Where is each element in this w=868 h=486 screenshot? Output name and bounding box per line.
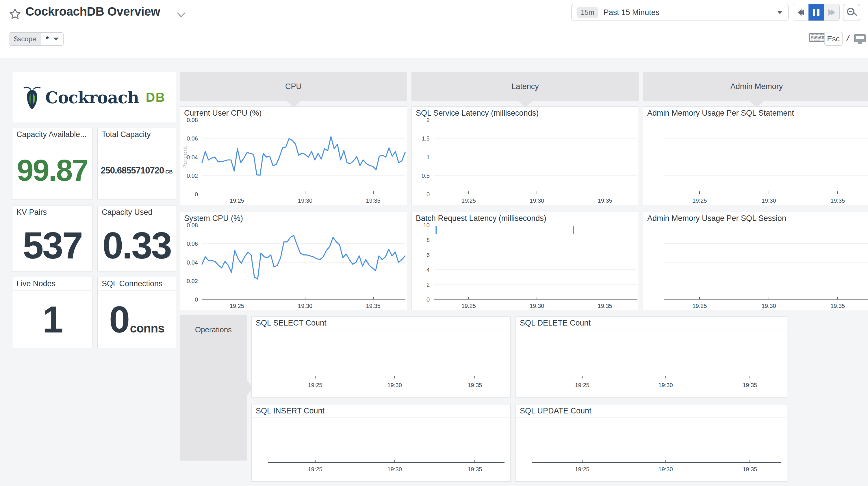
cockroach-bug-icon — [23, 85, 41, 110]
fast-forward-icon — [831, 9, 835, 16]
plot-area[interactable]: 19:2519:3019:35 — [664, 120, 868, 194]
chart-title: SQL INSERT Count — [252, 404, 510, 418]
scope-var-value-text: * — [45, 33, 49, 46]
chart-title: SQL DELETE Count — [516, 317, 787, 330]
group-header-cpu[interactable]: CPU — [180, 72, 407, 101]
plot-area[interactable]: 19:2519:3019:35 — [257, 330, 505, 379]
stat-title: Capacity Available... — [12, 128, 92, 141]
y-axis-tick-labels: 00.020.040.060.08 — [180, 120, 200, 194]
chart-title: Batch Request Latency (milliseconds) — [412, 212, 639, 225]
stat-card-total-capacity[interactable]: Total Capacity 250.6855710720GB — [97, 128, 176, 199]
chart-sql-update-count: SQL UPDATE Count 19:2519:3019:35 — [516, 404, 787, 482]
stat-value-unit: conns — [130, 321, 164, 335]
zoom-out-button[interactable] — [843, 4, 860, 21]
top-bar: CockroachDB Overview $scope * 15m Past 1… — [0, 0, 868, 58]
time-range-picker[interactable]: 15m Past 15 Minutes — [571, 4, 788, 21]
chart-title: SQL UPDATE Count — [516, 404, 787, 418]
stat-title: Total Capacity — [98, 128, 176, 141]
chart-admin-memory-per-sql-session: Admin Memory Usage Per SQL Session 19:25… — [643, 211, 868, 310]
stat-card-capacity-available[interactable]: Capacity Available... 99.87 — [12, 128, 92, 199]
stat-value: 0conns — [98, 291, 176, 348]
plot-area[interactable]: 19:2519:3019:35 — [202, 225, 405, 299]
group-header-operations[interactable]: Operations — [180, 315, 247, 461]
rewind-icon — [800, 9, 804, 16]
favorite-star-icon[interactable] — [9, 7, 21, 20]
stat-value-unit: GB — [165, 169, 173, 175]
cockroachdb-logo-card[interactable]: Cockroach DB — [12, 72, 176, 123]
y-axis-tick-labels: 0246810 — [412, 225, 432, 299]
slash-separator: / — [847, 33, 849, 44]
stat-value-number: 0 — [109, 298, 129, 341]
chart-sql-delete-count: SQL DELETE Count 19:2519:3019:35 — [516, 316, 787, 398]
stat-card-sql-connections[interactable]: SQL Connections 0conns — [97, 277, 176, 348]
group-header-label: CPU — [285, 82, 302, 91]
scope-var-value: * — [41, 33, 63, 46]
tv-mode-icon[interactable] — [854, 34, 866, 42]
scope-caret-down-icon — [54, 37, 59, 41]
group-header-label: Operations — [180, 325, 247, 334]
chart-sql-service-latency: SQL Service Latency (milliseconds) 00.51… — [411, 106, 639, 205]
stat-title: KV Pairs — [12, 206, 92, 219]
stat-value: 537 — [12, 220, 92, 271]
plot-area[interactable]: 19:2519:3019:35 — [434, 225, 637, 299]
esc-key-button[interactable]: Esc — [824, 32, 843, 46]
plot-area[interactable]: 19:2519:3019:35 — [522, 418, 782, 463]
stat-title: Capacity Used — [98, 206, 176, 219]
group-header-label: Latency — [512, 82, 539, 91]
time-range-badge: 15m — [577, 7, 598, 18]
plot-area[interactable]: 19:2519:3019:35 — [522, 330, 782, 379]
playback-controls — [793, 4, 840, 21]
plot-area[interactable]: 19:2519:3019:35 — [257, 418, 505, 463]
chart-title: SQL SELECT Count — [252, 317, 510, 330]
keyboard-shortcuts-icon[interactable]: ⌨ — [808, 32, 826, 44]
zoom-out-magnifier-icon — [847, 8, 855, 15]
plot-area[interactable]: 19:2519:3019:35 — [434, 120, 637, 194]
stat-value: 0.33 — [98, 220, 176, 271]
chart-title: Current User CPU (%) — [180, 107, 407, 120]
stat-value-number: 250.6855710720 — [100, 165, 164, 176]
cockroachdb-overview-dashboard: CockroachDB Overview $scope * 15m Past 1… — [0, 0, 868, 486]
y-axis-tick-labels: 00.511.52 — [412, 120, 432, 194]
stat-card-live-nodes[interactable]: Live Nodes 1 — [12, 277, 92, 348]
chart-title: System CPU (%) — [180, 212, 407, 225]
chart-title: Admin Memory Usage Per SQL Statement — [643, 107, 868, 120]
group-header-label: Admin Memory — [731, 82, 783, 91]
logo-wordmark: Cockroach — [45, 88, 139, 107]
stat-card-capacity-used[interactable]: Capacity Used 0.33 — [97, 205, 176, 271]
pause-icon — [813, 9, 819, 16]
stat-value: 1 — [12, 291, 92, 348]
plot-area[interactable]: 19:2519:3019:35 — [664, 225, 868, 299]
fast-forward-button[interactable] — [824, 4, 839, 21]
y-axis-tick-labels: 00.020.040.060.08 — [180, 225, 200, 299]
template-variable-scope[interactable]: $scope * — [9, 32, 64, 46]
stat-title: Live Nodes — [12, 277, 92, 291]
chart-title: SQL Service Latency (milliseconds) — [412, 107, 639, 120]
stat-card-kv-pairs[interactable]: KV Pairs 537 — [12, 205, 92, 271]
rewind-button[interactable] — [793, 4, 808, 21]
chart-system-cpu: System CPU (%) 00.020.040.060.08 19:2519… — [180, 211, 407, 310]
chart-sql-select-count: SQL SELECT Count 19:2519:3019:35 — [251, 316, 510, 398]
plot-area[interactable]: 19:2519:3019:35 — [202, 120, 405, 194]
stat-title: SQL Connections — [98, 277, 176, 291]
title-chevron-down-icon[interactable] — [177, 12, 186, 18]
chart-title: Admin Memory Usage Per SQL Session — [643, 212, 868, 225]
page-title: CockroachDB Overview — [25, 5, 160, 19]
chart-current-user-cpu: Current User CPU (%) Percent 00.020.040.… — [180, 106, 407, 205]
chart-sql-insert-count: SQL INSERT Count 19:2519:3019:35 — [251, 404, 510, 482]
chart-admin-memory-per-sql-statement: Admin Memory Usage Per SQL Statement 19:… — [643, 106, 868, 205]
time-range-label: Past 15 Minutes — [603, 8, 777, 17]
stat-value: 99.87 — [12, 142, 92, 199]
group-header-latency[interactable]: Latency — [411, 72, 639, 101]
logo-db-suffix: DB — [146, 90, 165, 105]
group-header-admin-memory[interactable]: Admin Memory — [643, 72, 868, 101]
stat-value: 250.6855710720GB — [98, 142, 176, 199]
scope-var-name: $scope — [9, 33, 41, 46]
pause-button[interactable] — [808, 4, 824, 21]
chart-batch-request-latency: Batch Request Latency (milliseconds) 024… — [411, 211, 639, 310]
time-range-caret-down-icon — [777, 11, 782, 14]
